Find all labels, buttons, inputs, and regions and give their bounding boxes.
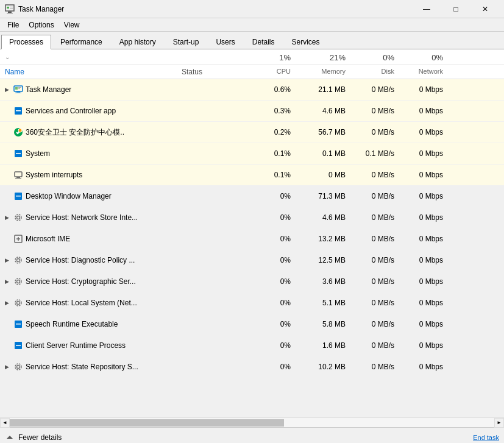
tab-processes[interactable]: Processes (1, 35, 51, 49)
app-icon (5, 4, 15, 14)
process-name-cell: ▶ Task Manager (0, 85, 177, 94)
menu-file[interactable]: File (2, 19, 24, 30)
process-name: Desktop Window Manager (26, 192, 112, 200)
fewer-details-button[interactable]: Fewer details (5, 433, 62, 442)
scroll-track[interactable] (10, 418, 494, 427)
process-memory: 5.8 MB (296, 320, 350, 328)
expand-arrow[interactable]: ▶ (2, 256, 11, 264)
bottom-bar: Fewer details End task (0, 427, 504, 443)
expand-arrow[interactable]: ▶ (2, 85, 11, 94)
process-disk: 0 MB/s (350, 277, 399, 286)
process-icon (13, 191, 23, 201)
expand-arrow[interactable]: ▶ (2, 277, 11, 286)
svg-point-23 (17, 216, 20, 219)
process-disk: 0 MB/s (350, 192, 399, 200)
table-row[interactable]: ▶ Service Host: Local System (Net... 0% … (0, 292, 504, 314)
process-disk: 0 MB/s (350, 171, 399, 179)
table-row[interactable]: Services and Controller app 0.3% 4.6 MB … (0, 101, 504, 122)
table-row[interactable]: Client Server Runtime Process 0% 1.6 MB … (0, 335, 504, 356)
tab-users[interactable]: Users (208, 35, 243, 49)
process-cpu: 0% (250, 235, 296, 243)
tab-services[interactable]: Services (283, 35, 327, 49)
svg-point-24 (15, 214, 21, 221)
table-row[interactable]: ▶ Service Host: Cryptographic Ser... 0% … (0, 271, 504, 292)
svg-rect-7 (16, 91, 20, 93)
svg-rect-10 (18, 87, 21, 88)
table-row[interactable]: ▶ Service Host: Diagnostic Policy ... 0%… (0, 250, 504, 271)
expand-arrow[interactable]: ▶ (2, 363, 11, 371)
title-bar: Task Manager — □ ✕ (0, 0, 504, 18)
horizontal-scrollbar[interactable]: ◄ ► (0, 417, 504, 427)
process-network: 0 Mbps (399, 85, 448, 94)
maximize-button[interactable]: □ (442, 0, 470, 18)
process-memory: 0.1 MB (296, 149, 350, 158)
menu-options[interactable]: Options (24, 19, 59, 30)
process-memory: 4.6 MB (296, 107, 350, 115)
col-mem-label[interactable]: Memory (296, 66, 350, 77)
table-row[interactable]: System interrupts 0.1% 0 MB 0 MB/s 0 Mbp… (0, 165, 504, 186)
process-name-cell: System (0, 149, 177, 158)
table-row[interactable]: Speech Runtime Executable 0% 5.8 MB 0 MB… (0, 314, 504, 335)
end-task-link[interactable]: End task (473, 434, 499, 441)
process-name: Service Host: Network Store Inte... (26, 213, 138, 222)
process-name: Service Host: Cryptographic Ser... (26, 277, 136, 286)
table-row[interactable]: 360安全卫士 安全防护中心模.. 0.2% 56.7 MB 0 MB/s 0 … (0, 122, 504, 143)
svg-rect-17 (16, 153, 21, 154)
table-row[interactable]: System 0.1% 0.1 MB 0.1 MB/s 0 Mbps (0, 143, 504, 165)
tab-details[interactable]: Details (244, 35, 283, 49)
process-name: Task Manager (26, 85, 71, 94)
table-row[interactable]: ▶ Service Host: State Repository S... 0%… (0, 356, 504, 378)
process-name: Client Server Runtime Process (26, 341, 126, 350)
process-memory: 5.1 MB (296, 299, 350, 307)
col-name-header[interactable]: ⌄ (0, 52, 177, 63)
process-network: 0 Mbps (399, 235, 448, 243)
minimize-button[interactable]: — (413, 0, 441, 18)
tab-performance[interactable]: Performance (52, 35, 110, 49)
col-status-label[interactable]: Status (177, 66, 250, 77)
process-memory: 13.2 MB (296, 235, 350, 243)
process-name: Service Host: State Repository S... (26, 363, 138, 371)
process-network: 0 Mbps (399, 149, 448, 158)
close-button[interactable]: ✕ (471, 0, 499, 18)
scroll-right-button[interactable]: ► (494, 418, 504, 428)
scroll-left-button[interactable]: ◄ (0, 418, 10, 428)
svg-point-31 (15, 278, 21, 285)
process-cpu: 0.3% (250, 107, 296, 115)
process-icon (13, 319, 23, 329)
svg-rect-13 (16, 110, 21, 112)
process-icon (13, 149, 23, 158)
table-row[interactable]: ▶ Service Host: Network Store Inte... 0%… (0, 207, 504, 229)
col-net-pct: 0% (399, 52, 448, 63)
col-cpu-label[interactable]: CPU (250, 66, 296, 77)
table-row[interactable]: Desktop Window Manager 0% 71.3 MB 0 MB/s… (0, 186, 504, 207)
col-name-label[interactable]: Name (0, 66, 177, 77)
tab-startup[interactable]: Start-up (165, 35, 207, 49)
process-cpu: 0% (250, 341, 296, 350)
col-net-label[interactable]: Network (399, 66, 448, 77)
svg-point-15 (18, 129, 22, 132)
process-icon (13, 298, 23, 308)
process-cpu: 0% (250, 277, 296, 286)
process-name-cell: ▶ Service Host: Cryptographic Ser... (0, 277, 177, 286)
svg-rect-19 (16, 177, 20, 178)
process-memory: 3.6 MB (296, 277, 350, 286)
scroll-thumb[interactable] (10, 419, 284, 427)
svg-rect-37 (16, 345, 21, 346)
col-disk-label[interactable]: Disk (350, 66, 399, 77)
svg-rect-1 (8, 12, 12, 13)
col-cpu-pct: 1% (250, 52, 296, 63)
svg-marker-40 (7, 436, 13, 439)
expand-arrow[interactable]: ▶ (2, 213, 11, 222)
process-disk: 0 MB/s (350, 213, 399, 222)
svg-rect-2 (7, 13, 13, 13)
expand-arrow[interactable]: ▶ (2, 299, 11, 307)
table-row[interactable]: Microsoft IME 0% 13.2 MB 0 MB/s 0 Mbps (0, 229, 504, 250)
process-network: 0 Mbps (399, 277, 448, 286)
process-network: 0 Mbps (399, 363, 448, 371)
process-network: 0 Mbps (399, 128, 448, 136)
window-controls: — □ ✕ (413, 0, 499, 18)
table-row[interactable]: ▶ Task Manager 0.6% 21.1 MB 0 MB/s 0 Mbp… (0, 79, 504, 101)
tab-app-history[interactable]: App history (112, 35, 164, 49)
col-status-header-top (177, 52, 250, 63)
menu-view[interactable]: View (59, 19, 85, 30)
